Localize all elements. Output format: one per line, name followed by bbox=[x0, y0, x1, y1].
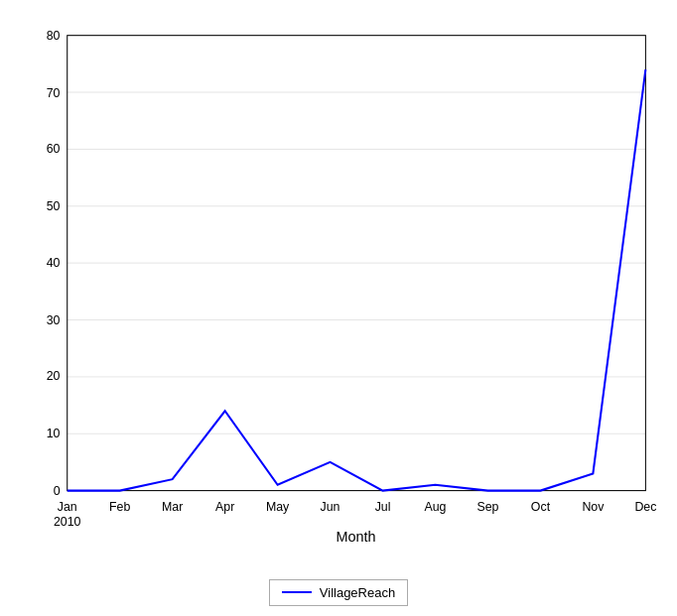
x-axis-label: Month bbox=[336, 529, 375, 545]
chart-area: 0 10 20 30 40 50 60 70 80 Jan 2010 Feb M… bbox=[11, 11, 666, 571]
legend-line-villagereach bbox=[282, 591, 312, 593]
y-tick-30: 30 bbox=[47, 312, 61, 326]
x-tick-jun: Jun bbox=[321, 500, 340, 514]
y-tick-10: 10 bbox=[47, 426, 61, 439]
x-tick-2010: 2010 bbox=[54, 514, 81, 528]
village-reach-line bbox=[68, 69, 646, 490]
x-tick-may: May bbox=[266, 500, 290, 514]
y-tick-20: 20 bbox=[47, 369, 61, 383]
x-tick-feb: Feb bbox=[109, 500, 130, 514]
x-tick-dec: Dec bbox=[634, 500, 656, 514]
x-tick-aug: Aug bbox=[424, 500, 446, 514]
x-tick-sep: Sep bbox=[476, 500, 498, 514]
legend-label-villagereach: VillageReach bbox=[320, 585, 395, 600]
y-tick-40: 40 bbox=[47, 255, 61, 269]
x-tick-jul: Jul bbox=[375, 500, 391, 514]
y-tick-70: 70 bbox=[47, 85, 61, 99]
chart-container: 0 10 20 30 40 50 60 70 80 Jan 2010 Feb M… bbox=[11, 11, 666, 606]
y-tick-80: 80 bbox=[47, 28, 61, 42]
x-tick-nov: Nov bbox=[582, 500, 605, 514]
x-tick-mar: Mar bbox=[162, 500, 183, 514]
y-tick-50: 50 bbox=[47, 199, 61, 213]
x-tick-apr: Apr bbox=[215, 500, 234, 514]
legend: VillageReach bbox=[269, 579, 408, 606]
y-tick-60: 60 bbox=[47, 142, 61, 156]
x-tick-oct: Oct bbox=[531, 500, 551, 514]
y-tick-0: 0 bbox=[54, 483, 61, 497]
x-tick-jan: Jan bbox=[58, 500, 77, 514]
